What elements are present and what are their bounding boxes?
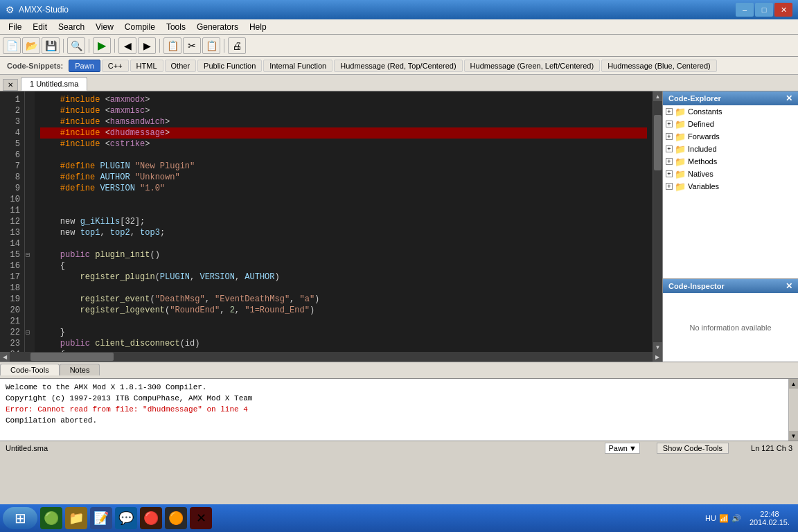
code-editor[interactable]: #include <amxmodx> #include <amxmisc> #i… [35,91,653,352]
editor-scrollbar[interactable]: ▲ ▼ [653,91,662,352]
menu-tools[interactable]: Tools [161,21,191,33]
taskbar-hl2[interactable]: 🟠 [165,507,187,529]
snippet-hud-green[interactable]: Hudmessage (Green, Left/Centered) [464,60,601,72]
toolbar-run[interactable]: ▶ [93,37,111,54]
snippet-public-function[interactable]: Public Function [197,60,262,72]
taskbar-notepad[interactable]: 📝 [90,507,112,529]
expand-forwards[interactable]: + [666,133,673,140]
expand-methods[interactable]: + [666,158,673,165]
snippet-hud-red[interactable]: Hudmessage (Red, Top/Centered) [334,60,462,72]
tree-item-defined[interactable]: + 📁 Defined [663,118,798,130]
menu-search[interactable]: Search [53,21,90,33]
status-bar: Untitled.sma Pawn ▼ Show Code-Tools Ln 1… [0,441,798,454]
code-inspector-close[interactable]: ✕ [786,281,792,291]
menu-edit[interactable]: Edit [27,21,53,33]
taskbar-utorrent[interactable]: 🟢 [40,507,62,529]
language-selector[interactable]: Pawn ▼ [605,443,639,454]
code-line-20: register_logevent("RoundEnd", 2, "1=Roun… [40,305,647,316]
scroll-left[interactable]: ◀ [0,352,10,362]
bottom-tabs-bar: Code-Tools Notes [0,362,798,378]
taskbar-amxx[interactable]: ✕ [190,507,212,529]
snippet-pawn[interactable]: Pawn [69,60,100,72]
code-explorer-title: Code-Explorer [668,94,721,103]
menu-generators[interactable]: Generators [191,21,244,33]
taskbar-chrome[interactable]: 🔴 [140,507,162,529]
toolbar-forward[interactable]: ▶ [138,37,156,54]
h-scroll-track[interactable] [10,352,653,362]
toolbar-find[interactable]: 🔍 [67,37,85,54]
tab-notes[interactable]: Notes [60,364,100,375]
menu-view[interactable]: View [90,21,119,33]
show-code-tools-button[interactable]: Show Code-Tools [657,443,729,454]
tree-item-methods[interactable]: + 📁 Methods [663,155,798,168]
expand-constants[interactable]: + [666,108,673,115]
scroll-down[interactable]: ▼ [653,342,662,352]
scroll-thumb[interactable] [654,115,662,170]
expand-natives[interactable]: + [666,170,673,177]
title-bar: ⚙ AMXX-Studio – □ ✕ [0,0,798,19]
taskbar-lang: HU [705,514,716,522]
output-scroll-down[interactable]: ▼ [789,431,798,441]
code-line-3: #include <hamsandwich> [40,116,647,127]
snippets-bar: Code-Snippets: Pawn C++ HTML Other Publi… [0,57,798,75]
code-explorer-close[interactable]: ✕ [786,94,792,103]
toolbar: 📄 📂 💾 🔍 ▶ ◀ ▶ 📋 ✂ 📋 🖨 [0,35,798,57]
expand-defined[interactable]: + [666,121,673,127]
tree-item-natives[interactable]: + 📁 Natives [663,168,798,180]
toolbar-open[interactable]: 📂 [22,37,40,54]
scroll-right[interactable]: ▶ [653,352,662,362]
expand-variables[interactable]: + [666,183,673,190]
code-inspector: Code-Inspector ✕ No information availabl… [663,278,798,362]
snippet-cpp[interactable]: C++ [102,60,129,72]
output-error: Error: Cannot read from file: "dhudmessa… [6,404,783,415]
toolbar-back[interactable]: ◀ [118,37,136,54]
close-all-tabs[interactable]: ✕ [3,79,18,91]
taskbar-skype[interactable]: 💬 [115,507,137,529]
menu-help[interactable]: Help [244,21,272,33]
toolbar-new[interactable]: 📄 [3,37,21,54]
inspector-content: No information available [663,293,798,362]
tree-label-natives: Natives [688,170,713,178]
snippet-other[interactable]: Other [165,60,197,72]
toolbar-copy[interactable]: 📋 [163,37,181,54]
output-scroll-up[interactable]: ▲ [789,379,798,389]
minimize-button[interactable]: – [736,3,754,17]
tab-code-tools[interactable]: Code-Tools [0,364,60,375]
tree-item-constants[interactable]: + 📁 Constants [663,105,798,118]
toolbar-print[interactable]: 🖨 [228,37,246,54]
output-line-aborted: Compilation aborted. [6,415,783,426]
tree-item-included[interactable]: + 📁 Included [663,143,798,155]
output-area: Welcome to the AMX Mod X 1.8.1-300 Compi… [0,378,798,441]
output-scrollbar[interactable]: ▲ ▼ [788,379,798,441]
tree-item-forwards[interactable]: + 📁 Forwards [663,130,798,143]
status-filename: Untitled.sma [6,444,48,452]
tab-label: 1 Untitled.sma [30,80,78,88]
menu-file[interactable]: File [3,21,27,33]
cursor-position: Ln 121 Ch 3 [751,444,792,452]
menu-compile[interactable]: Compile [119,21,161,33]
scroll-track[interactable] [653,101,662,342]
close-button[interactable]: ✕ [774,3,792,17]
toolbar-paste[interactable]: 📋 [202,37,220,54]
folder-methods: 📁 [675,157,686,167]
scroll-up[interactable]: ▲ [653,91,662,101]
start-button[interactable]: ⊞ [3,507,37,529]
code-line-11 [40,205,647,216]
folder-variables: 📁 [675,181,686,192]
tab-bar: ✕ 1 Untitled.sma [0,75,798,91]
app-icon: ⚙ [6,4,15,15]
tree-item-variables[interactable]: + 📁 Variables [663,180,798,193]
expand-included[interactable]: + [666,145,673,152]
snippet-hud-blue[interactable]: Hudmessage (Blue, Centered) [601,60,717,72]
taskbar-explorer[interactable]: 📁 [65,507,87,529]
toolbar-cut[interactable]: ✂ [183,37,201,54]
horizontal-scrollbar[interactable]: ◀ ▶ [0,352,662,362]
h-scroll-thumb[interactable] [30,353,114,361]
snippet-html[interactable]: HTML [130,60,163,72]
toolbar-save[interactable]: 💾 [42,37,60,54]
app-title: AMXX-Studio [19,5,69,15]
output-scroll-track[interactable] [789,389,798,431]
maximize-button[interactable]: □ [755,3,773,17]
file-tab-untitled[interactable]: 1 Untitled.sma [21,77,87,91]
snippet-internal-function[interactable]: Internal Function [263,60,332,72]
